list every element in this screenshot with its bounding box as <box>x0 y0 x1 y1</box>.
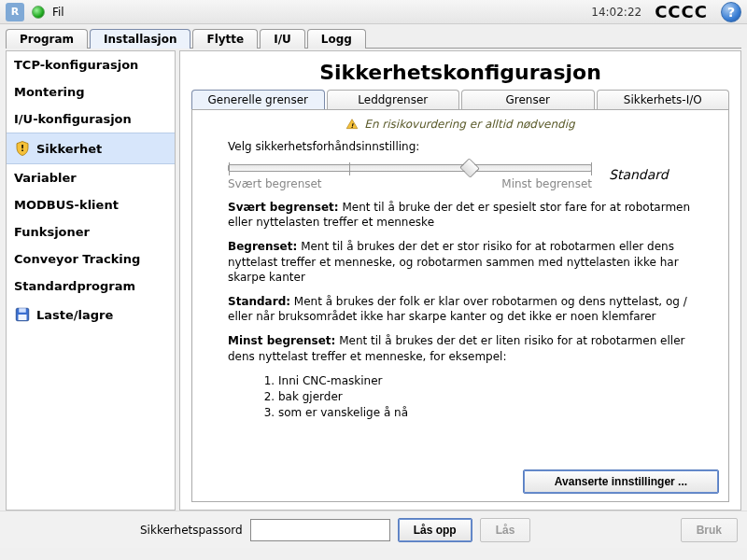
preset-current-name: Standard <box>609 167 693 182</box>
sidebar-item-modbus[interactable]: MODBUS-klient <box>7 191 175 218</box>
sidebar-item-standardprogram[interactable]: Standardprogram <box>7 273 175 300</box>
svg-rect-3 <box>19 315 27 320</box>
unlock-button[interactable]: Lås opp <box>398 518 472 542</box>
lock-button: Lås <box>480 518 531 542</box>
warning-triangle-icon: ! <box>345 118 359 131</box>
save-disk-icon <box>14 306 31 323</box>
app-logo-icon: R <box>6 3 24 21</box>
sub-tab-bar: Generelle grenser Leddgrenser Grenser Si… <box>180 90 740 109</box>
risk-warning-text: En risikovurdering er alltid nødvendig <box>364 118 574 131</box>
sidebar: TCP-konfigurasjon Montering I/U-konfigur… <box>6 50 176 511</box>
main-tab-bar: Program Installasjon Flytte I/U Logg <box>0 24 747 48</box>
clock: 14:02:22 <box>591 6 641 19</box>
sidebar-item-sikkerhet[interactable]: ! Sikkerhet <box>7 133 175 164</box>
tab-iu[interactable]: I/U <box>260 29 305 49</box>
help-icon[interactable]: ? <box>721 2 741 22</box>
preset-descriptions: Svært begrenset: Ment til å bruke der de… <box>202 190 719 421</box>
sidebar-item-label: Sikkerhet <box>36 142 102 156</box>
sidebar-item-tcp[interactable]: TCP-konfigurasjon <box>7 51 175 78</box>
preset-label: Velg sikkerhetsforhåndsinnstilling: <box>202 140 719 159</box>
preset-slider[interactable] <box>228 164 592 172</box>
tab-installasjon[interactable]: Installasjon <box>90 29 190 49</box>
sidebar-item-label: Laste/lagre <box>36 308 113 322</box>
tab-flytte[interactable]: Flytte <box>192 29 258 49</box>
password-input[interactable] <box>250 519 390 541</box>
sidebar-item-laste[interactable]: Laste/lagre <box>7 300 175 329</box>
slider-min-label: Svært begrenset <box>228 177 322 190</box>
status-code: CCCC <box>655 2 708 21</box>
sidebar-item-funksjoner[interactable]: Funksjoner <box>7 218 175 245</box>
slider-max-label: Minst begrenset <box>501 177 592 190</box>
main-panel: Sikkerhetskonfigurasjon Generelle grense… <box>179 50 741 511</box>
sidebar-item-iu[interactable]: I/U-konfigurasjon <box>7 105 175 133</box>
svg-text:!: ! <box>21 144 24 153</box>
svg-rect-2 <box>19 308 26 313</box>
advanced-settings-button[interactable]: Avanserte innstillinger ... <box>523 469 719 494</box>
shield-warning-icon: ! <box>14 140 31 157</box>
example-item: Inni CNC-maskiner <box>278 373 693 388</box>
tab-logg[interactable]: Logg <box>307 29 366 49</box>
example-item: som er vanskelige å nå <box>278 405 693 420</box>
file-menu[interactable]: Fil <box>52 6 64 19</box>
status-indicator-icon <box>32 6 45 19</box>
top-bar: R Fil 14:02:22 CCCC ? <box>0 0 747 24</box>
subtab-ledd[interactable]: Leddgrenser <box>327 90 460 109</box>
bottom-bar: Sikkerhetspassord Lås opp Lås Bruk <box>0 511 747 548</box>
tab-program[interactable]: Program <box>6 29 88 49</box>
page-title: Sikkerhetskonfigurasjon <box>180 51 740 90</box>
subtab-sio[interactable]: Sikkerhets-I/O <box>597 90 730 109</box>
subtab-generelle[interactable]: Generelle grenser <box>191 90 325 109</box>
example-item: bak gjerder <box>278 389 693 404</box>
sidebar-item-conveyor[interactable]: Conveyor Tracking <box>7 245 175 273</box>
general-limits-panel: ! En risikovurdering er alltid nødvendig… <box>191 109 729 502</box>
sidebar-item-montering[interactable]: Montering <box>7 78 175 105</box>
sidebar-item-variabler[interactable]: Variabler <box>7 164 175 191</box>
apply-button: Bruk <box>681 518 738 542</box>
password-label: Sikkerhetspassord <box>140 524 243 537</box>
subtab-grenser[interactable]: Grenser <box>461 90 595 109</box>
